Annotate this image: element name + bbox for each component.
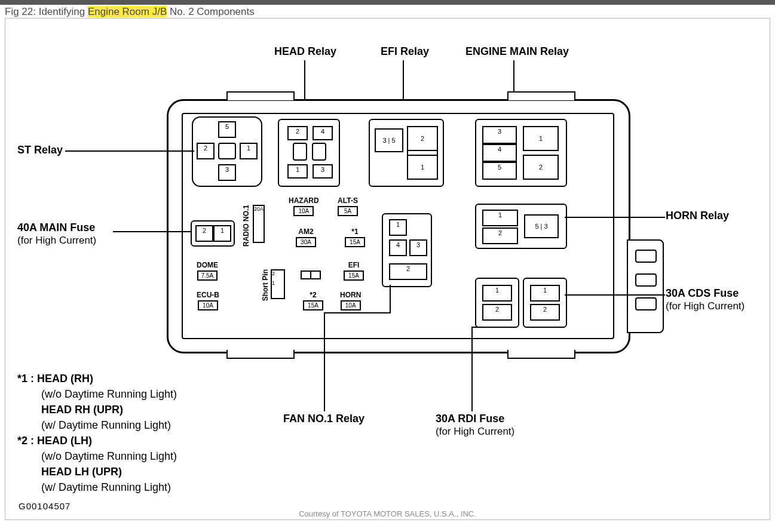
notch xyxy=(635,273,657,287)
label-horn-relay: HORN Relay xyxy=(666,210,729,222)
caption-prefix: Fig 22: Identifying xyxy=(5,6,85,17)
fn2d: (w/ Daytime Running Light) xyxy=(41,481,171,493)
name: *2 xyxy=(310,291,316,299)
relay-engine-main: 3 4 5 1 2 xyxy=(475,119,567,187)
leader-fan-v2 xyxy=(390,285,391,313)
amp: 15A xyxy=(303,300,323,310)
amp: 10A xyxy=(341,300,361,310)
fuse-dome: DOME 7.5A xyxy=(197,261,218,281)
fn1b: (w/o Daytime Running Light) xyxy=(41,388,177,400)
label-efi-relay: EFI Relay xyxy=(381,45,429,58)
radio-amp: 20A xyxy=(254,206,264,212)
label-cds-fuse: 30A CDS Fuse xyxy=(666,287,739,300)
fuse-efi: EFI 15A xyxy=(344,261,364,281)
caption-highlight: Engine Room J/B xyxy=(88,6,167,17)
label-st-relay: ST Relay xyxy=(17,144,63,156)
fuse-alts: ALT-S 5A xyxy=(338,196,358,216)
tab-top-right xyxy=(507,91,575,100)
leader-40a xyxy=(113,231,192,232)
leader-cds xyxy=(565,294,665,296)
name: HAZARD xyxy=(289,196,319,205)
label-rdi-fuse: 30A RDI Fuse xyxy=(436,413,504,425)
shortpin-box: 2 1 xyxy=(271,269,285,299)
fuse-radio: RADIO NO.1 xyxy=(242,205,250,250)
notch xyxy=(635,250,657,263)
fuse-hazard: HAZARD 10A xyxy=(289,196,319,216)
relay-efi: 3 | 5 2 1 xyxy=(369,119,444,187)
label-fan-relay: FAN NO.1 Relay xyxy=(283,413,364,425)
label-40a-main: 40A MAIN Fuse xyxy=(17,222,95,234)
radio-label: RADIO NO.1 xyxy=(242,205,250,247)
shortpin-label: Short Pin xyxy=(261,269,269,301)
amp: 7.5A xyxy=(197,270,218,281)
credit-line: Courtesy of TOYOTA MOTOR SALES, U.S.A., … xyxy=(5,509,770,518)
amp: 10A xyxy=(293,206,314,216)
leader-horn xyxy=(565,217,665,218)
leader-fan-h xyxy=(324,312,390,313)
caption-suffix: No. 2 Components xyxy=(170,6,255,17)
amp: 30A xyxy=(296,237,316,247)
tab-bottom-left xyxy=(226,350,295,359)
name: HORN xyxy=(340,291,361,299)
fn2b: (w/o Daytime Running Light) xyxy=(41,450,177,462)
leader-st-relay xyxy=(65,150,194,152)
page-root: Fig 22: Identifying Engine Room J/B No. … xyxy=(0,0,775,532)
relay-st-outer xyxy=(192,116,262,187)
tab-bottom-right xyxy=(507,350,575,359)
fuse-shortpin: Short Pin xyxy=(261,269,269,304)
fuse-40a-main: 2 1 xyxy=(191,220,235,247)
label-cds-fuse-sub: (for High Current) xyxy=(666,300,745,312)
name: EFI xyxy=(348,261,360,269)
fuse-ecub: ECU-B 10A xyxy=(197,291,219,310)
amp: 15A xyxy=(345,237,365,247)
footnote-block: *1 : HEAD (RH) (w/o Daytime Running Ligh… xyxy=(17,371,177,495)
leader-rdi-v xyxy=(471,327,473,411)
name: *1 xyxy=(351,227,358,236)
fn1d: (w/ Daytime Running Light) xyxy=(41,419,171,431)
name: ALT-S xyxy=(338,196,358,205)
name: DOME xyxy=(197,261,218,269)
amp: 5A xyxy=(338,206,358,216)
figure-caption: Fig 22: Identifying Engine Room J/B No. … xyxy=(5,6,255,18)
fn2c: HEAD LH (UPR) xyxy=(41,466,122,478)
fuse-rdi: 1 2 xyxy=(475,278,519,328)
side-connector xyxy=(627,239,664,333)
fuse-horn: HORN 10A xyxy=(340,291,361,310)
label-40a-main-sub: (for High Current) xyxy=(17,235,96,247)
fuse-cds: 1 2 xyxy=(523,278,567,328)
name: ECU-B xyxy=(197,291,219,299)
name: AM2 xyxy=(298,227,313,236)
relay-horn: 1 2 5 | 3 xyxy=(475,204,567,249)
fuse-am2: AM2 30A xyxy=(296,227,316,247)
fn1a: HEAD (RH) xyxy=(37,373,93,385)
top-divider xyxy=(0,0,775,5)
leader-fan-v xyxy=(324,312,325,411)
radio-box: 20A xyxy=(253,205,265,243)
leader-rdi-h xyxy=(471,327,495,328)
notch xyxy=(635,297,657,310)
relay-fan: 1 4 3 2 xyxy=(382,213,432,287)
fn2a: HEAD (LH) xyxy=(37,435,92,447)
fuse-star2: *2 15A xyxy=(303,291,323,310)
fn1-key: *1 : xyxy=(17,373,34,385)
fn2-key: *2 : xyxy=(17,435,34,447)
tab-top-left xyxy=(226,91,295,100)
label-rdi-fuse-sub: (for High Current) xyxy=(436,426,514,438)
fuse-star1: *1 15A xyxy=(345,227,365,247)
amp: 15A xyxy=(344,270,364,281)
fn1c: HEAD RH (UPR) xyxy=(41,404,123,416)
label-engine-main-relay: ENGINE MAIN Relay xyxy=(465,45,569,58)
amp: 10A xyxy=(198,300,218,310)
relay-head: 2 4 1 3 xyxy=(278,119,340,187)
label-head-relay: HEAD Relay xyxy=(274,45,336,58)
diagram-frame: HEAD Relay EFI Relay ENGINE MAIN Relay 5… xyxy=(5,18,770,520)
fuse-blank1 xyxy=(301,261,321,279)
